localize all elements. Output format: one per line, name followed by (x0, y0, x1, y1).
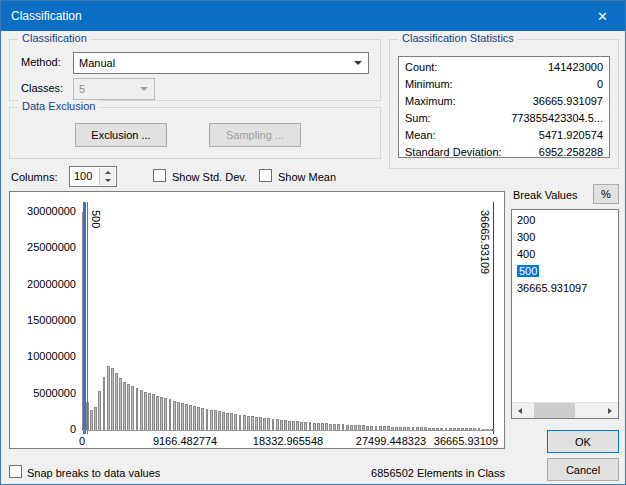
columns-spinner[interactable]: 100 (69, 166, 117, 187)
break-line[interactable] (87, 202, 88, 434)
histogram-bar (288, 421, 291, 430)
histogram-bar (148, 393, 151, 430)
stat-value: 141423000 (548, 59, 603, 76)
break-line[interactable] (493, 202, 494, 434)
stat-value: 36665.931097 (533, 93, 603, 110)
histogram-bar (292, 421, 295, 430)
stat-value: 6952.258288 (539, 144, 603, 161)
histogram-bar (218, 411, 221, 430)
x-axis-label: 36665.93109 (434, 435, 498, 447)
scroll-track[interactable] (528, 403, 602, 418)
snap-breaks-checkbox[interactable] (9, 465, 22, 478)
columns-value: 100 (74, 170, 92, 182)
stat-label: Maximum: (405, 93, 456, 110)
data-exclusion-group-title: Data Exclusion (18, 100, 99, 112)
histogram-bar (119, 378, 122, 430)
classes-dropdown[interactable]: 5 (73, 78, 155, 100)
title-bar[interactable]: Classification ✕ (1, 1, 625, 31)
y-axis-label: 5000000 (10, 387, 76, 399)
break-value-item[interactable]: 36665.931097 (513, 280, 617, 297)
histogram-bar (214, 410, 217, 430)
columns-label: Columns: (11, 171, 57, 183)
histogram-bar (280, 420, 283, 430)
sampling-button[interactable]: Sampling ... (209, 123, 301, 147)
break-value-text: 36665.931097 (517, 282, 587, 294)
stat-row: Maximum:36665.931097 (399, 93, 609, 110)
stat-label: Minimum: (405, 76, 453, 93)
exclusion-button[interactable]: Exclusion ... (75, 123, 167, 147)
histogram-bar (243, 415, 246, 430)
histogram-bar (317, 423, 320, 430)
stat-value: 773855423304.5... (511, 110, 603, 127)
y-axis-label: 0 (10, 423, 76, 435)
elements-in-class-text: 6856502 Elements in Class (305, 467, 505, 479)
cancel-button-label: Cancel (566, 464, 600, 476)
show-mean-label: Show Mean (278, 171, 336, 183)
scroll-right-icon (608, 408, 612, 414)
spinner-down-button[interactable] (99, 176, 115, 185)
scroll-left-button[interactable] (512, 403, 528, 418)
histogram-bar (251, 416, 254, 430)
histogram-bar (239, 415, 242, 430)
y-axis-label: 20000000 (10, 278, 76, 290)
histogram-plot[interactable] (82, 212, 494, 430)
y-axis-label: 30000000 (10, 205, 76, 217)
cancel-button[interactable]: Cancel (547, 458, 619, 481)
spinner-down-icon (105, 179, 111, 182)
histogram-bar (201, 408, 204, 430)
histogram-bar (325, 423, 328, 430)
stat-row: Mean:5471.920574 (399, 127, 609, 144)
break-value-item[interactable]: 500 (513, 263, 617, 280)
histogram-bar (98, 391, 101, 430)
histogram-bar (181, 403, 184, 430)
break-values-hscrollbar[interactable] (512, 402, 618, 418)
histogram-bar (206, 409, 209, 430)
stat-label: Mean: (405, 127, 436, 144)
sampling-button-label: Sampling ... (226, 129, 284, 141)
percent-button-label: % (601, 188, 611, 200)
scroll-left-icon (518, 408, 522, 414)
histogram-bar (144, 392, 147, 431)
histogram-bar (230, 413, 233, 430)
method-label: Method: (21, 56, 61, 68)
stat-value: 0 (597, 76, 603, 93)
classes-chevron-down-icon (135, 80, 153, 98)
x-axis-label: 0 (79, 435, 85, 447)
scroll-right-button[interactable] (602, 403, 618, 418)
spinner-up-icon (105, 171, 111, 174)
method-chevron-down-icon (349, 54, 367, 72)
ok-button[interactable]: OK (547, 430, 619, 453)
stat-row: Count:141423000 (399, 59, 609, 76)
show-mean-checkbox[interactable] (259, 169, 272, 182)
scroll-thumb[interactable] (534, 403, 575, 418)
percent-button[interactable]: % (593, 184, 619, 204)
histogram-bar (90, 410, 93, 430)
histogram-bar (152, 394, 155, 430)
close-button[interactable]: ✕ (580, 1, 625, 31)
break-value-item[interactable]: 300 (513, 229, 617, 246)
show-stddev-label: Show Std. Dev. (172, 171, 247, 183)
y-axis-label: 10000000 (10, 350, 76, 362)
histogram-bar (284, 420, 287, 430)
dialog-title: Classification (1, 9, 82, 23)
show-stddev-checkbox[interactable] (153, 169, 166, 182)
histogram-bar (267, 418, 270, 430)
break-value-text: 300 (517, 231, 535, 243)
classes-label: Classes: (21, 82, 63, 94)
histogram-bar (296, 421, 299, 430)
histogram-bar (272, 419, 275, 430)
break-line-label: 36665.93109 (479, 210, 491, 274)
method-dropdown[interactable]: Manual (73, 52, 369, 74)
break-values-list: 20030040050036665.931097 (513, 212, 617, 401)
break-values-label: Break Values (513, 189, 578, 201)
method-value: Manual (79, 57, 115, 69)
histogram-bar (189, 405, 192, 430)
break-value-item[interactable]: 200 (513, 212, 617, 229)
classification-group-title: Classification (18, 32, 91, 44)
classes-value: 5 (79, 83, 85, 95)
break-value-item[interactable]: 400 (513, 246, 617, 263)
histogram-bar (127, 384, 130, 430)
histogram-bar (131, 386, 134, 430)
histogram-bar (177, 402, 180, 430)
histogram-bar (136, 388, 139, 430)
